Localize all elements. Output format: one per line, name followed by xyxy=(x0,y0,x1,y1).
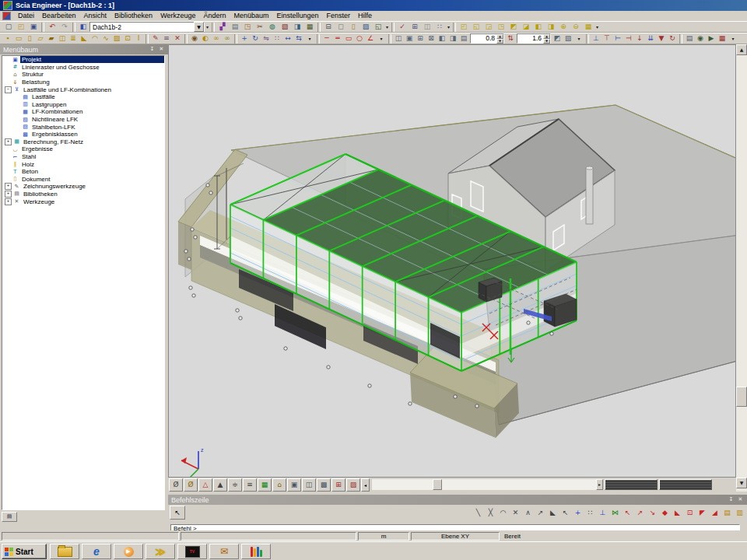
tracking-3-icon[interactable]: ↘ xyxy=(647,506,658,518)
texture-icon[interactable]: ▧ xyxy=(279,22,291,32)
quick-launch-arrows-icon[interactable]: ≫ xyxy=(146,544,175,559)
selection-arrow-icon[interactable]: ↖ xyxy=(170,506,185,520)
view-top-icon[interactable]: ◰ xyxy=(458,22,470,32)
close-icon[interactable]: ✕ xyxy=(737,496,744,503)
view-scale-input-down[interactable]: ▼ xyxy=(496,39,503,44)
snap-edge-icon[interactable]: ↗ xyxy=(535,506,546,518)
draw-group-dropdown[interactable]: ▾ xyxy=(376,33,387,44)
support-roller-icon[interactable]: ⊢ xyxy=(612,33,623,44)
load-scale-input[interactable]: 1.6▲▼ xyxy=(517,33,551,44)
snap-intersection-icon[interactable]: ╳ xyxy=(485,506,496,518)
view-persp-icon[interactable]: ◪ xyxy=(520,22,532,32)
win-cascade-icon[interactable]: ▣ xyxy=(404,33,415,44)
scia-engineer-icon[interactable] xyxy=(241,544,271,559)
arc-tool-icon[interactable]: ◠ xyxy=(89,33,100,44)
menu-datei[interactable]: Datei xyxy=(14,12,38,19)
wall-tool-icon[interactable]: ▰ xyxy=(46,33,57,44)
render-mode-icon[interactable]: ▧ xyxy=(563,33,573,44)
tree-item-bibliotheken[interactable]: +▤Bibliotheken xyxy=(2,191,164,198)
snap-arc-icon[interactable]: ◠ xyxy=(497,506,509,518)
tracking-7-icon[interactable]: ◤ xyxy=(696,506,708,518)
view-side-icon[interactable]: ◳ xyxy=(495,22,507,32)
tree-item-werkzeuge[interactable]: +✕Werkzeuge xyxy=(2,198,164,205)
clip-box-icon[interactable]: ≑ xyxy=(228,478,242,492)
command-list-icon[interactable]: ▥ xyxy=(734,506,745,518)
tree-expander-collapse[interactable]: − xyxy=(5,86,12,93)
hscroll-thumb[interactable] xyxy=(433,479,442,490)
table-icon[interactable]: ▦ xyxy=(303,22,316,32)
cross-section-icon[interactable]: I xyxy=(133,33,144,44)
snap-vertex-icon[interactable]: ∧ xyxy=(522,506,534,518)
persp-view-icon[interactable]: ▲ xyxy=(213,478,227,492)
tracking-6-icon[interactable]: ⊡ xyxy=(684,506,696,518)
snap-cursor-icon[interactable]: ↖ xyxy=(559,506,571,518)
window-2-icon[interactable]: ◫ xyxy=(302,478,316,492)
labels-icon[interactable]: ◩ xyxy=(552,33,563,44)
tree-expander-expand[interactable]: + xyxy=(5,191,12,198)
calculator-icon[interactable]: ⊞ xyxy=(409,22,421,32)
snap-off-icon[interactable]: ✕ xyxy=(510,506,521,518)
view-scale-input-stepper[interactable]: ▲▼ xyxy=(496,34,503,43)
window-1-icon[interactable]: ▣ xyxy=(287,478,301,492)
rotate-icon[interactable]: ↻ xyxy=(250,33,261,44)
model-3d-view[interactable]: z xyxy=(168,44,736,478)
print-group-dropdown[interactable]: ▾ xyxy=(384,22,390,32)
snap-surface-icon[interactable]: ◣ xyxy=(547,506,559,518)
menu-bibliotheken[interactable]: Bibliotheken xyxy=(110,12,156,19)
document-icon[interactable]: ▯ xyxy=(347,22,359,32)
export-icon[interactable]: ◱ xyxy=(372,22,384,32)
menu-einstellungen[interactable]: Einstellungen xyxy=(273,12,323,19)
binoculars-icon[interactable]: ◉ xyxy=(189,33,200,44)
zoom-out-icon[interactable]: ⊖ xyxy=(570,22,582,32)
media-player-icon[interactable]: ▶ xyxy=(114,544,143,559)
snap-dots-icon[interactable]: ∷ xyxy=(584,506,596,518)
tree-item-nichtlineare-lfk[interactable]: ▧Nichtlineare LFK xyxy=(2,116,164,124)
zoom-all-icon[interactable]: ◧ xyxy=(532,22,545,32)
column-tool-icon[interactable]: ▯ xyxy=(24,33,35,44)
tree-item-struktur[interactable]: ⌂Struktur xyxy=(2,71,164,79)
grid-view-icon[interactable]: ⊞ xyxy=(331,478,345,492)
stretch-icon[interactable]: ⇆ xyxy=(293,33,304,44)
internet-explorer-icon[interactable]: e xyxy=(82,544,111,559)
win-prev-icon[interactable]: ◧ xyxy=(437,33,447,44)
geometry-group-dropdown[interactable]: ▾ xyxy=(304,33,315,44)
view-history-group-dropdown[interactable]: ▾ xyxy=(205,22,210,32)
opening-tool-icon[interactable]: ◫ xyxy=(57,33,68,44)
tree-item-linienraster-und-geschosse[interactable]: #Linienraster und Geschosse xyxy=(2,64,164,72)
tracking-8-icon[interactable]: ◢ xyxy=(709,506,721,518)
scroll-down-button[interactable]: ▼ xyxy=(736,478,747,488)
image-icon[interactable]: ▨ xyxy=(359,22,372,32)
surface-tool-icon[interactable]: ▨ xyxy=(111,33,122,44)
tree-item-stahl[interactable]: ⌐Stahl xyxy=(2,153,164,161)
tracking-4-icon[interactable]: ◆ xyxy=(659,506,671,518)
load-point-icon[interactable]: ↓ xyxy=(634,33,645,44)
tree-item-lastf-lle[interactable]: ▤Lastfälle xyxy=(2,93,164,101)
vscroll-thumb[interactable] xyxy=(736,387,747,407)
array-icon[interactable]: ∷ xyxy=(272,33,282,44)
win-next-icon[interactable]: ◨ xyxy=(447,33,458,44)
snap-ortho-icon[interactable]: ⊥ xyxy=(597,506,608,518)
viewport-vscrollbar[interactable]: ▲ ▼ xyxy=(736,44,747,492)
menu-menbaum[interactable]: Menübaum xyxy=(230,12,273,19)
viewport-hscrollbar[interactable] xyxy=(372,479,596,490)
line-tool-icon[interactable]: ─ xyxy=(321,33,332,44)
load-line-icon[interactable]: ⇊ xyxy=(645,33,656,44)
render-shade-icon[interactable]: Ø xyxy=(184,478,198,492)
view-params-icon[interactable]: ≡ xyxy=(243,478,257,492)
tree-item-holz[interactable]: ‖Holz xyxy=(2,160,164,168)
catalog-icon[interactable]: ◍ xyxy=(266,22,279,32)
pin-icon[interactable]: ↧ xyxy=(728,496,735,503)
start-button[interactable]: Start xyxy=(2,544,47,559)
solver-icon[interactable]: ▦ xyxy=(717,33,728,44)
plate-tool-icon[interactable]: ▱ xyxy=(35,33,46,44)
preview-icon[interactable]: ◻ xyxy=(335,22,347,32)
scale-tool-icon[interactable]: ↔ xyxy=(282,33,293,44)
file-explorer-icon[interactable] xyxy=(50,544,79,559)
load-surface-icon[interactable]: ▼ xyxy=(656,33,667,44)
tree-item-dokument[interactable]: ▯Dokument xyxy=(2,176,164,184)
menu-hilfe[interactable]: Hilfe xyxy=(354,12,376,19)
axo-view-icon[interactable]: △ xyxy=(198,478,212,492)
activity-icon[interactable]: ◐ xyxy=(200,33,211,44)
minimized-window-button-1[interactable] xyxy=(605,479,658,490)
view-scale-input[interactable]: 0.8▲▼ xyxy=(470,33,504,44)
